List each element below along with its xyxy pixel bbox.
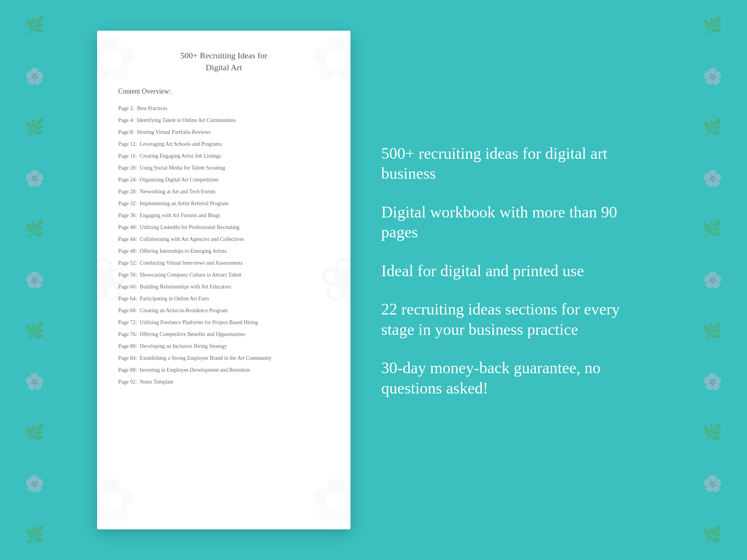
toc-item: Page 76: Offering Competitive Benefits a…	[118, 328, 329, 340]
toc-item: Page 40: Utilizing LinkedIn for Professi…	[118, 221, 329, 233]
feature-text: Ideal for digital and printed use	[381, 261, 650, 281]
toc-item: Page 92: Notes Template	[118, 376, 329, 388]
feature-item-1: 500+ recruiting ideas for digital art bu…	[381, 143, 650, 184]
toc-item: Page 72: Utilizing Freelance Platforms f…	[118, 316, 329, 328]
toc-item: Page 28: Networking at Art and Tech Even…	[118, 186, 329, 198]
toc-item: Page 80: Developing an Inclusive Hiring …	[118, 340, 329, 352]
feature-item-2: Digital workbook with more than 90 pages	[381, 202, 650, 242]
content-overview-label: Content Overview:	[118, 87, 329, 96]
feature-item-5: 30-day money-back guarantee, no question…	[381, 358, 650, 398]
toc-item: Page 20: Using Social Media for Talent S…	[118, 162, 329, 174]
toc-item: Page 4: Identifying Talent in Online Art…	[118, 114, 329, 126]
main-content: ✿ ✿ ❀ ❀ ✿ ✿ 500+ Recruiting Ideas for Di…	[0, 0, 747, 560]
feature-text: 500+ recruiting ideas for digital art bu…	[381, 143, 650, 184]
toc-item: Page 84: Establishing a Strong Employer …	[118, 352, 329, 364]
toc-item: Page 60: Building Relationships with Art…	[118, 281, 329, 293]
watermark-bottom-right: ✿	[311, 465, 350, 529]
table-of-contents: Page 2: Best PracticesPage 4: Identifyin…	[118, 102, 329, 388]
toc-item: Page 2: Best Practices	[118, 102, 329, 114]
feature-text: 22 recruiting ideas sections for every s…	[381, 299, 650, 339]
toc-item: Page 8: Hosting Virtual Portfolio Review…	[118, 126, 329, 138]
feature-text: Digital workbook with more than 90 pages	[381, 202, 650, 242]
toc-item: Page 56: Showcasing Company Culture to A…	[118, 269, 329, 281]
document-preview: ✿ ✿ ❀ ❀ ✿ ✿ 500+ Recruiting Ideas for Di…	[97, 31, 350, 529]
toc-item: Page 64: Participating in Online Art Fai…	[118, 293, 329, 305]
toc-item: Page 48: Offering Internships to Emergin…	[118, 245, 329, 257]
feature-item-4: 22 recruiting ideas sections for every s…	[381, 299, 650, 339]
feature-text: 30-day money-back guarantee, no question…	[381, 358, 650, 398]
toc-item: Page 12: Leveraging Art Schools and Prog…	[118, 138, 329, 150]
document-title: 500+ Recruiting Ideas for Digital Art	[118, 50, 329, 74]
toc-item: Page 36: Engaging with Art Forums and Bl…	[118, 209, 329, 221]
toc-item: Page 24: Organizing Digital Art Competit…	[118, 174, 329, 186]
toc-item: Page 32: Implementing an Artist Referral…	[118, 198, 329, 209]
toc-item: Page 88: Investing in Employee Developme…	[118, 364, 329, 376]
features-panel: 500+ recruiting ideas for digital art bu…	[381, 143, 650, 417]
feature-item-3: Ideal for digital and printed use	[381, 261, 650, 281]
toc-item: Page 68: Creating an Artist-in-Residence…	[118, 305, 329, 316]
watermark-bottom-left: ✿	[97, 465, 137, 529]
toc-item: Page 52: Conducting Virtual Interviews a…	[118, 257, 329, 269]
toc-item: Page 16: Creating Engaging Artist Job Li…	[118, 150, 329, 162]
toc-item: Page 44: Collaborating with Art Agencies…	[118, 233, 329, 245]
